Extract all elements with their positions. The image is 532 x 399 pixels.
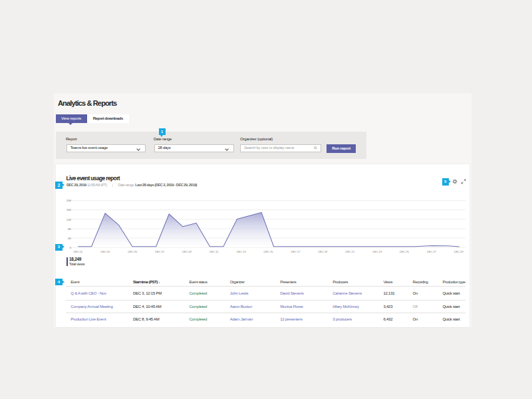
svg-text:DEC 09: DEC 09 (182, 250, 192, 253)
svg-text:DEC 29: DEC 29 (454, 250, 464, 253)
svg-text:12K: 12K (66, 218, 71, 221)
svg-text:DEC 27: DEC 27 (427, 250, 436, 253)
svg-text:DEC 03: DEC 03 (100, 250, 110, 253)
svg-text:DEC 13: DEC 13 (237, 250, 246, 253)
svg-text:DEC 23: DEC 23 (372, 250, 382, 253)
svg-text:DEC 05: DEC 05 (128, 250, 137, 253)
svg-text:DEC 15: DEC 15 (264, 250, 273, 253)
svg-text:DEC 25: DEC 25 (400, 250, 409, 253)
svg-text:20K: 20K (66, 199, 71, 202)
svg-text:16K: 16K (66, 208, 71, 211)
svg-text:DEC 01: DEC 01 (73, 250, 82, 253)
svg-text:8K: 8K (68, 227, 71, 231)
svg-text:DEC 07: DEC 07 (155, 250, 164, 253)
svg-text:4K: 4K (68, 237, 71, 240)
svg-text:DEC 21: DEC 21 (345, 250, 354, 253)
svg-text:DEC 17: DEC 17 (291, 250, 301, 253)
svg-text:DEC 11: DEC 11 (209, 250, 219, 253)
svg-text:DEC 19: DEC 19 (318, 250, 327, 253)
